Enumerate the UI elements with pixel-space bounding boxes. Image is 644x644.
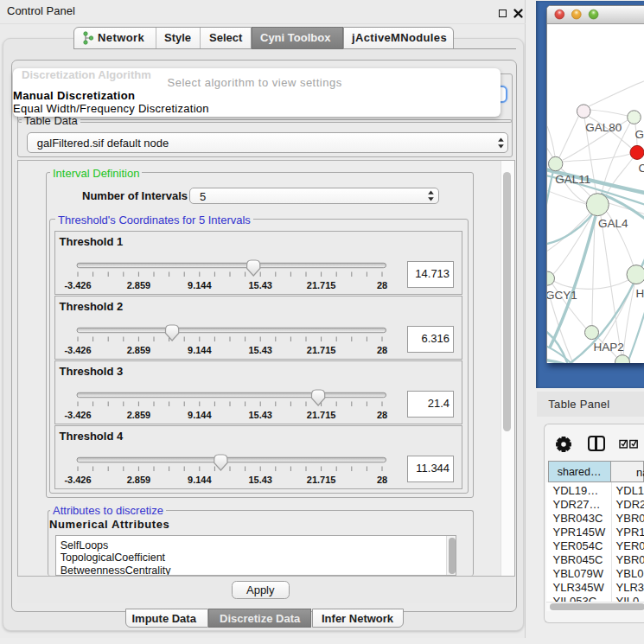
svg-text:GAL80: GAL80: [585, 121, 622, 134]
svg-text:G.: G.: [634, 128, 644, 141]
svg-text:C: C: [638, 162, 644, 175]
svg-text:HAP2: HAP2: [593, 341, 623, 354]
svg-text:GAL4: GAL4: [598, 217, 628, 230]
svg-text:GCY1: GCY1: [547, 288, 577, 301]
svg-text:H: H: [635, 287, 644, 300]
svg-text:GAL11: GAL11: [555, 173, 590, 186]
